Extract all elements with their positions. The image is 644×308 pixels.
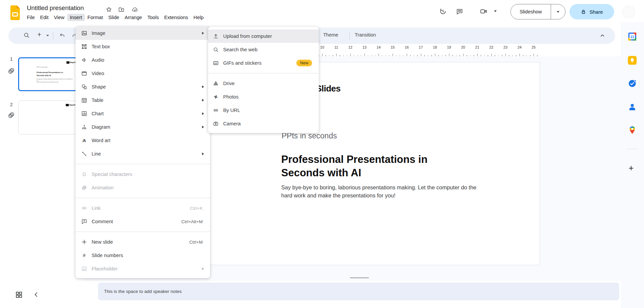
zoom-caret-icon[interactable] <box>46 35 49 36</box>
menubar-format[interactable]: Format <box>85 14 106 21</box>
ruler-number: 23 <box>503 45 507 49</box>
contacts-icon[interactable] <box>628 103 637 111</box>
shape-icon <box>81 84 87 90</box>
submenu-arrow-icon <box>202 32 204 35</box>
add-comment-icon <box>81 219 87 225</box>
menu-item-label: Image <box>92 30 202 36</box>
notes-resize-handle[interactable] <box>350 278 369 278</box>
menu-item-table[interactable]: Table <box>76 94 210 107</box>
meet-video-icon[interactable] <box>479 7 488 16</box>
url-link-icon <box>213 107 219 113</box>
caret-down-icon <box>557 11 559 13</box>
meet-caret-icon[interactable] <box>494 10 497 12</box>
slide-1-number: 1 <box>10 56 13 62</box>
menu-item-image[interactable]: Image <box>76 26 210 40</box>
slide-body-text[interactable]: Say bye-bye to boring, laborious present… <box>281 184 477 199</box>
submenu-item-camera[interactable]: Camera <box>208 117 319 130</box>
ruler-number: 12 <box>348 45 352 49</box>
thumb1-body: Say bye-bye to boring, laborious present… <box>37 78 73 83</box>
side-panel-add-icon[interactable]: + <box>629 163 634 173</box>
undo-icon[interactable] <box>59 32 65 39</box>
menu-item-diagram[interactable]: Diagram <box>76 120 210 134</box>
side-panel-divider <box>626 149 638 149</box>
slideshow-label: Slideshow <box>511 9 551 14</box>
submenu-item-search-the-web[interactable]: Search the web <box>208 43 319 56</box>
submenu-item-gifs-and-stickers[interactable]: GIF GIFs and stickers New <box>208 56 319 70</box>
slide-2-animation-icon[interactable] <box>7 111 15 119</box>
avatar[interactable] <box>623 6 635 18</box>
menu-item-text-box[interactable]: Text box <box>76 40 210 53</box>
menubar-file[interactable]: File <box>24 14 38 21</box>
menu-item-word-art[interactable]: AA Word art <box>76 134 210 147</box>
menubar-tools[interactable]: Tools <box>145 14 161 21</box>
move-folder-icon[interactable] <box>118 6 125 13</box>
menubar-edit[interactable]: Edit <box>38 14 51 21</box>
gif-icon: GIF <box>213 60 219 66</box>
video-icon <box>81 70 87 76</box>
comments-icon[interactable] <box>455 7 464 16</box>
menubar-view[interactable]: View <box>51 14 67 21</box>
menu-separator <box>208 73 319 73</box>
camera-icon <box>213 121 219 127</box>
menu-item-label: Slide numbers <box>92 253 205 258</box>
menu-item-video[interactable]: Video <box>76 67 210 80</box>
submenu-item-by-url[interactable]: By URL <box>208 104 319 117</box>
audio-icon <box>81 57 87 63</box>
menu-shortcut: Ctrl+M <box>189 240 203 245</box>
submenu-item-upload-from-computer[interactable]: Upload from computer <box>208 29 319 43</box>
menubar-insert[interactable]: Insert <box>67 14 85 21</box>
thumb1-title: Professional Presentations inSeconds wit… <box>37 71 63 77</box>
submenu-arrow-icon <box>202 85 204 88</box>
maps-icon[interactable] <box>628 126 637 134</box>
star-icon[interactable] <box>106 6 112 13</box>
grid-view-icon[interactable] <box>15 291 23 299</box>
submenu-arrow-icon <box>202 99 204 102</box>
speaker-notes-placeholder: This is the space to add speaker notes <box>104 289 182 294</box>
menu-item-chart[interactable]: Chart <box>76 107 210 120</box>
ruler-number: 22 <box>489 45 493 49</box>
slide-1-animation-icon[interactable] <box>7 67 15 75</box>
menu-item-special-characters: Ω Special characters <box>76 168 210 181</box>
document-title[interactable]: Untitled presentation <box>27 4 84 12</box>
menu-separator <box>76 164 210 164</box>
cloud-status-icon[interactable] <box>132 6 138 13</box>
menu-item-new-slide[interactable]: New slide Ctrl+M <box>76 235 210 249</box>
submenu-arrow-icon <box>202 152 204 155</box>
keep-icon[interactable] <box>628 56 637 65</box>
transition-button[interactable]: Transition <box>355 32 376 38</box>
slideshow-dropdown[interactable] <box>551 4 565 19</box>
menubar-arrange[interactable]: Arrange <box>122 14 145 21</box>
menu-item-comment[interactable]: Comment Ctrl+Alt+M <box>76 215 210 228</box>
submenu-item-label: Photos <box>223 94 313 100</box>
share-button[interactable]: Share <box>569 4 614 19</box>
slideshow-button[interactable]: Slideshow <box>510 4 565 19</box>
text-box-icon <box>81 44 87 50</box>
slide-thumbnail-2[interactable]: MagicSlides <box>18 101 79 134</box>
animation-icon <box>81 185 87 191</box>
slides-logo-icon[interactable] <box>9 5 21 20</box>
menubar-help[interactable]: Help <box>191 14 206 21</box>
tasks-icon[interactable] <box>628 79 637 88</box>
submenu-item-label: Camera <box>223 121 313 126</box>
theme-button[interactable]: Theme <box>323 32 338 38</box>
menu-item-label: Animation <box>92 185 205 190</box>
submenu-item-photos[interactable]: Photos <box>208 90 319 104</box>
collapse-toolbar-icon[interactable] <box>599 33 605 39</box>
version-history-icon[interactable] <box>439 7 447 16</box>
slide-title-text[interactable]: Professional Presentations in Seconds wi… <box>281 153 428 180</box>
search-menus-icon[interactable] <box>23 32 30 39</box>
zoom-add-icon[interactable]: + <box>37 30 41 39</box>
menu-item-line[interactable]: Line <box>76 147 210 161</box>
menubar-extensions[interactable]: Extensions <box>161 14 191 21</box>
menu-item-audio[interactable]: Audio <box>76 53 210 67</box>
speaker-notes-input[interactable]: This is the space to add speaker notes <box>98 283 619 300</box>
calendar-icon[interactable]: 31 <box>628 32 637 41</box>
menubar-slide[interactable]: Slide <box>106 14 122 21</box>
menubar: File Edit View Insert Format Slide Arran… <box>24 14 206 21</box>
ruler-number: 17 <box>419 45 423 49</box>
slide-thumbnail-1[interactable]: MagicSlides PPts in seconds Professional… <box>18 57 79 91</box>
collapse-filmstrip-icon[interactable] <box>33 291 40 298</box>
menu-item-slide-numbers[interactable]: # Slide numbers <box>76 249 210 262</box>
menu-item-shape[interactable]: Shape <box>76 80 210 94</box>
submenu-item-drive[interactable]: Drive <box>208 77 319 90</box>
